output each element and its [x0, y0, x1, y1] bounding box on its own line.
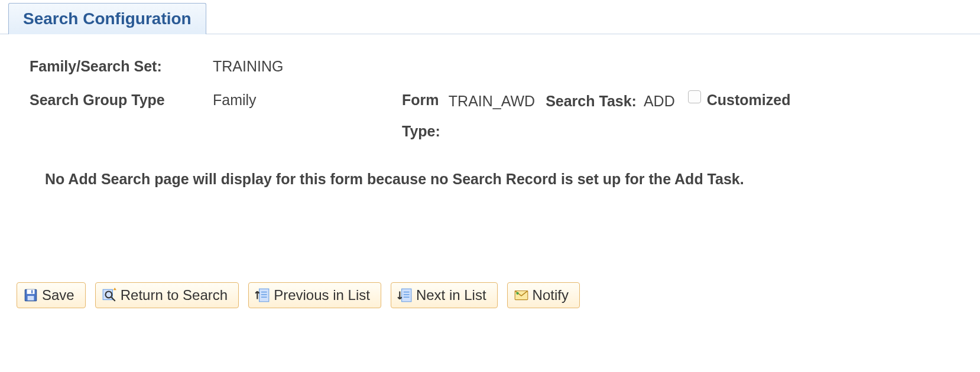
next-in-list-button[interactable]: Next in List	[391, 282, 498, 308]
previous-in-list-button[interactable]: Previous in List	[248, 282, 381, 308]
notify-label: Notify	[533, 287, 569, 304]
family-search-set-value: TRAINING	[213, 58, 283, 75]
return-to-search-label: Return to Search	[121, 287, 228, 304]
notify-icon	[514, 288, 529, 303]
next-in-list-label: Next in List	[416, 287, 486, 304]
return-to-search-button[interactable]: Return to Search	[95, 282, 239, 308]
save-icon	[23, 288, 38, 303]
previous-list-icon	[255, 288, 270, 303]
toolbar: Save Return to Search Previous in List N…	[0, 282, 980, 308]
form-type-value: TRAIN_AWD	[449, 92, 535, 110]
svg-rect-11	[401, 289, 411, 302]
form-type-label-line1: Form	[402, 92, 440, 109]
notify-button[interactable]: Notify	[507, 282, 580, 308]
tab-row: Search Configuration	[0, 0, 980, 34]
svg-point-16	[516, 292, 518, 295]
save-button[interactable]: Save	[17, 282, 86, 308]
customized-label: Customized	[707, 92, 791, 109]
page-content: Family/Search Set: TRAINING Search Group…	[0, 34, 980, 188]
previous-in-list-label: Previous in List	[274, 287, 370, 304]
tab-search-configuration[interactable]: Search Configuration	[8, 3, 206, 34]
search-task-label: Search Task:	[546, 92, 637, 110]
customized-checkbox[interactable]	[688, 90, 701, 103]
svg-rect-2	[28, 296, 34, 301]
svg-rect-1	[27, 289, 35, 294]
search-task-value: ADD	[644, 92, 675, 110]
search-group-type-value: Family	[213, 92, 402, 109]
next-list-icon	[397, 288, 413, 303]
family-search-set-row: Family/Search Set: TRAINING	[30, 58, 950, 75]
family-search-set-label: Family/Search Set:	[30, 58, 213, 75]
search-group-type-row: Search Group Type Family Form Type: TRAI…	[30, 92, 950, 154]
search-group-type-label: Search Group Type	[30, 92, 213, 109]
svg-rect-7	[259, 289, 269, 302]
save-button-label: Save	[42, 287, 74, 304]
tab-label: Search Configuration	[23, 9, 192, 28]
search-icon	[102, 288, 117, 303]
form-type-label-line2: Type:	[402, 123, 440, 140]
info-message: No Add Search page will display for this…	[45, 171, 950, 188]
form-type-block: Form Type: TRAIN_AWD	[402, 92, 535, 154]
svg-rect-3	[31, 290, 33, 293]
